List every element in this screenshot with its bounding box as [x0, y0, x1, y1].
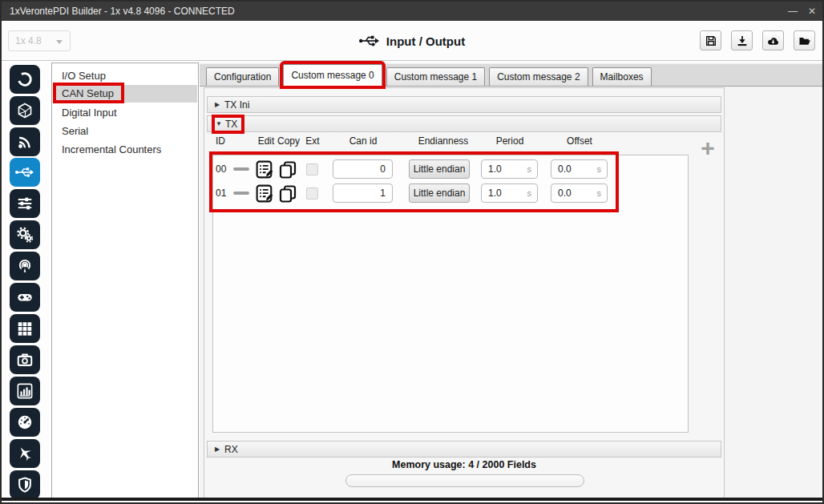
sidebar-item-incremental-counters[interactable]: Incremental Counters	[53, 141, 197, 159]
tab-bar: Configuration Custom message 0 Custom me…	[200, 64, 822, 87]
section-tx-ini[interactable]: ▶ TX Ini	[207, 96, 721, 113]
titlebar: 1xVerontePDI Builder - 1x v4.8 4096 - CO…	[2, 2, 822, 21]
blocks-grid-icon[interactable]	[10, 314, 40, 343]
sidebar-item-digital-input[interactable]: Digital Input	[53, 104, 197, 122]
period-input[interactable]: 1.0 s	[481, 183, 538, 203]
sidebar-item-serial[interactable]: Serial	[53, 123, 197, 140]
annotation-box-tx-rows: 00 0 Little endian	[209, 151, 619, 212]
endianness-button[interactable]: Little endian	[409, 183, 470, 203]
telemetry-chart-icon[interactable]	[10, 377, 40, 405]
page-title-text: Input / Output	[386, 34, 465, 48]
can-id-value: 0	[333, 163, 392, 175]
usb-icon	[359, 34, 380, 47]
ext-checkbox[interactable]	[306, 187, 318, 200]
endianness-button[interactable]: Little endian	[409, 159, 470, 179]
section-tx-label: TX	[225, 119, 237, 130]
can-id-value: 1	[333, 187, 392, 199]
memory-usage-label: Memory usage: 4 / 2000 Fields	[204, 459, 724, 470]
can-id-input[interactable]: 1	[333, 183, 393, 203]
close-icon[interactable]: ✕	[806, 2, 818, 21]
chevron-down-icon	[56, 40, 63, 44]
input-output-usb-icon[interactable]	[10, 158, 40, 187]
version-selector[interactable]: 1x 4.8	[8, 30, 71, 51]
offset-unit: s	[597, 188, 608, 198]
veronte-ring-icon[interactable]	[10, 65, 40, 94]
row-id-label: 00	[216, 163, 226, 175]
menu-panel: I/O Setup CAN Setup Digital Input Serial…	[51, 62, 199, 499]
cloud-button[interactable]	[762, 30, 784, 50]
tab-mailboxes[interactable]: Mailboxes	[592, 67, 652, 86]
folder-open-icon	[798, 34, 811, 47]
communications-broadcast-icon[interactable]	[10, 252, 40, 280]
open-button[interactable]	[794, 30, 815, 50]
ext-checkbox[interactable]	[306, 163, 318, 175]
offset-value: 0.0	[551, 187, 597, 199]
copy-button[interactable]	[277, 159, 298, 179]
col-header-endianness: Endianness	[399, 135, 487, 148]
download-icon	[736, 34, 749, 47]
nav-rail	[2, 62, 50, 496]
cloud-download-icon	[766, 34, 780, 47]
col-header-ext: Ext	[299, 135, 326, 148]
camera-icon[interactable]	[10, 345, 40, 374]
can-id-input[interactable]: 0	[333, 159, 393, 179]
offset-value: 0.0	[551, 163, 597, 175]
table-row: 01 1 Little endian	[212, 181, 616, 205]
sidebar-item-io-setup[interactable]: I/O Setup	[53, 67, 197, 85]
safety-shield-icon[interactable]	[10, 470, 40, 499]
edit-button[interactable]	[254, 183, 275, 204]
window-bottom-edge	[2, 498, 822, 501]
col-header-offset: Offset	[551, 135, 608, 148]
window-title: 1xVerontePDI Builder - 1x v4.8 4096 - CO…	[10, 6, 235, 17]
minimize-icon[interactable]: —	[787, 2, 798, 21]
endianness-value: Little endian	[414, 187, 466, 199]
col-header-period: Period	[482, 135, 538, 148]
period-unit: s	[527, 164, 538, 174]
endianness-value: Little endian	[414, 163, 466, 175]
col-header-id: ID	[216, 135, 232, 148]
offset-unit: s	[597, 164, 608, 174]
section-rx[interactable]: ▶ RX	[207, 441, 721, 458]
save-button[interactable]	[700, 30, 721, 50]
period-value: 1.0	[482, 163, 527, 175]
section-tx[interactable]: ▼ TX	[207, 115, 721, 132]
main-content: Configuration Custom message 0 Custom me…	[200, 62, 822, 499]
hud-gauge-icon[interactable]	[10, 408, 40, 437]
edit-button[interactable]	[254, 159, 275, 179]
section-tx-ini-label: TX Ini	[224, 99, 249, 111]
tab-configuration[interactable]: Configuration	[206, 67, 279, 86]
row-remove-icon[interactable]	[233, 192, 249, 195]
triangle-right-icon: ▶	[215, 446, 224, 453]
sidebar-item-can-setup[interactable]: CAN Setup	[53, 85, 197, 103]
row-id-label: 01	[216, 187, 226, 199]
telemetry-signal-icon[interactable]	[10, 127, 40, 156]
triangle-right-icon: ▶	[215, 101, 224, 108]
floppy-icon	[705, 34, 717, 47]
row-remove-icon[interactable]	[233, 167, 249, 171]
copy-button[interactable]	[277, 183, 298, 204]
flight-plane-icon[interactable]	[10, 439, 40, 468]
offset-input[interactable]: 0.0 s	[551, 159, 608, 179]
table-row: 00 0 Little endian	[212, 157, 616, 181]
version-selector-value: 1x 4.8	[15, 35, 42, 46]
platform-hexagon-icon[interactable]	[10, 96, 40, 125]
stick-gamepad-icon[interactable]	[10, 283, 40, 312]
period-input[interactable]: 1.0 s	[481, 159, 538, 179]
triangle-down-icon: ▼	[216, 120, 225, 127]
offset-input[interactable]: 0.0 s	[551, 183, 608, 203]
add-row-button[interactable]: +	[697, 138, 719, 160]
tab-custom-message-0[interactable]: Custom message 0	[283, 64, 382, 86]
annotation-box-tx: ▼ TX	[215, 118, 241, 131]
period-unit: s	[527, 188, 538, 198]
toolbar-buttons	[700, 30, 815, 50]
export-button[interactable]	[731, 30, 753, 50]
tab-custom-message-1[interactable]: Custom message 1	[386, 67, 485, 86]
control-sliders-icon[interactable]	[10, 189, 40, 218]
tab-custom-message-2[interactable]: Custom message 2	[489, 67, 588, 86]
col-header-copy: Copy	[275, 135, 302, 148]
section-rx-label: RX	[224, 444, 238, 455]
app-window: 1xVerontePDI Builder - 1x v4.8 4096 - CO…	[0, 0, 824, 504]
automations-gears-icon[interactable]	[10, 220, 40, 249]
can-message-panel: ▶ TX Ini ▼ TX ID Edit Copy Ext Can id En…	[204, 87, 725, 498]
period-value: 1.0	[482, 187, 527, 199]
